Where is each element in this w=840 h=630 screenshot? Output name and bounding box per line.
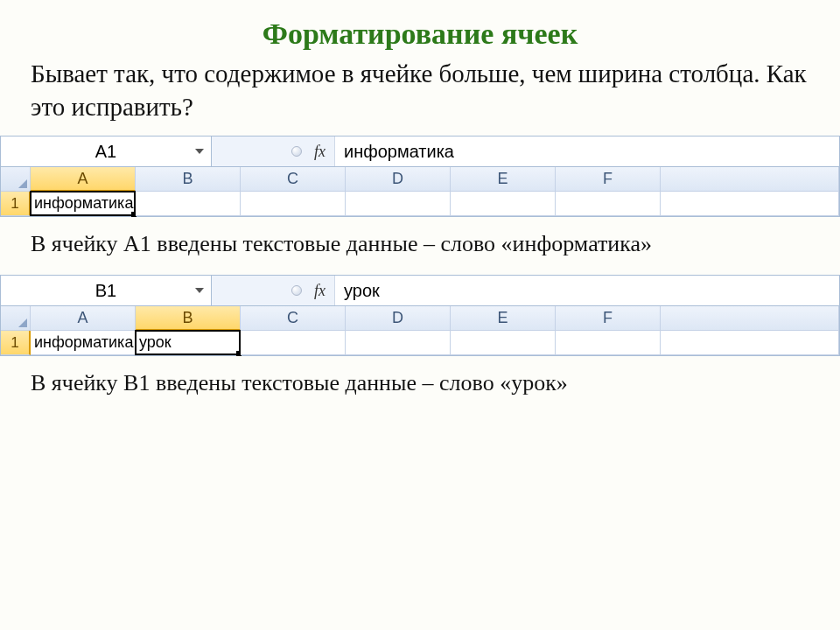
cell-B1-text: урок: [139, 333, 172, 352]
grid: A B C D E F 1 информатика урок: [0, 306, 840, 356]
cancel-icon[interactable]: [291, 285, 302, 296]
formula-value: информатика: [344, 142, 454, 162]
col-head-C[interactable]: C: [241, 167, 346, 192]
name-box-value: B1: [95, 281, 116, 301]
col-head-F[interactable]: F: [556, 167, 661, 192]
cancel-icon[interactable]: [291, 146, 302, 157]
formula-bar-row: B1 fx урок: [0, 275, 840, 306]
cell-D1[interactable]: [346, 192, 451, 216]
intro-text: Бывает так, что содержимое в ячейке боль…: [31, 58, 809, 123]
formula-input[interactable]: информатика: [335, 136, 839, 166]
col-head-C[interactable]: C: [241, 306, 346, 331]
cell-A1[interactable]: информатика: [31, 192, 136, 216]
row-head-1[interactable]: 1: [1, 331, 31, 355]
formula-input[interactable]: урок: [335, 276, 839, 305]
col-head-A[interactable]: A: [31, 167, 136, 192]
col-head-D[interactable]: D: [346, 306, 451, 331]
cell-rest: [661, 331, 839, 355]
column-headers: A B C D E F: [1, 306, 839, 331]
col-head-D[interactable]: D: [346, 167, 451, 192]
cell-A1-text: информатика: [34, 333, 133, 352]
grid: A B C D E F 1 информатика: [0, 167, 840, 217]
cell-E1[interactable]: [451, 331, 556, 355]
column-headers: A B C D E F: [1, 167, 839, 192]
cell-C1[interactable]: [241, 331, 346, 355]
cell-C1[interactable]: [241, 192, 346, 216]
name-box[interactable]: A1: [1, 136, 212, 166]
col-head-B[interactable]: B: [136, 306, 241, 331]
formula-bar-row: A1 fx информатика: [0, 136, 840, 167]
cell-F1[interactable]: [556, 331, 661, 355]
chevron-down-icon: [195, 288, 204, 293]
name-box[interactable]: B1: [1, 276, 212, 305]
chevron-down-icon: [195, 149, 204, 154]
name-box-value: A1: [95, 142, 116, 162]
slide-title: Форматирование ячеек: [31, 18, 809, 51]
fx-icon[interactable]: fx: [314, 143, 326, 161]
cell-A1-text: информатика: [34, 194, 133, 213]
col-head-B[interactable]: B: [136, 167, 241, 192]
row-head-1[interactable]: 1: [1, 192, 31, 216]
col-head-E[interactable]: E: [451, 306, 556, 331]
cell-B1[interactable]: урок: [136, 331, 241, 355]
cell-F1[interactable]: [556, 192, 661, 216]
cell-E1[interactable]: [451, 192, 556, 216]
excel-snippet-2: B1 fx урок A B C D E F 1 информатика: [0, 275, 840, 356]
caption-2: В ячейку В1 введены текстовые данные – с…: [31, 368, 809, 398]
fx-icon[interactable]: fx: [314, 282, 326, 300]
cell-D1[interactable]: [346, 331, 451, 355]
col-head-F[interactable]: F: [556, 306, 661, 331]
caption-1: В ячейку А1 введены текстовые данные – с…: [31, 229, 809, 259]
col-head-E[interactable]: E: [451, 167, 556, 192]
cell-rest: [661, 192, 839, 216]
cell-A1[interactable]: информатика: [31, 331, 136, 355]
formula-value: урок: [344, 281, 380, 301]
col-head-rest: [661, 306, 839, 331]
select-all-corner[interactable]: [1, 167, 31, 192]
col-head-A[interactable]: A: [31, 306, 136, 331]
cell-B1[interactable]: [136, 192, 241, 216]
row-1: 1 информатика урок: [1, 331, 839, 355]
formula-bar-buttons: fx: [212, 276, 335, 305]
formula-bar-buttons: fx: [212, 136, 335, 166]
excel-snippet-1: A1 fx информатика A B C D E F 1 информат…: [0, 136, 840, 217]
row-1: 1 информатика: [1, 192, 839, 216]
col-head-rest: [661, 167, 839, 192]
select-all-corner[interactable]: [1, 306, 31, 331]
